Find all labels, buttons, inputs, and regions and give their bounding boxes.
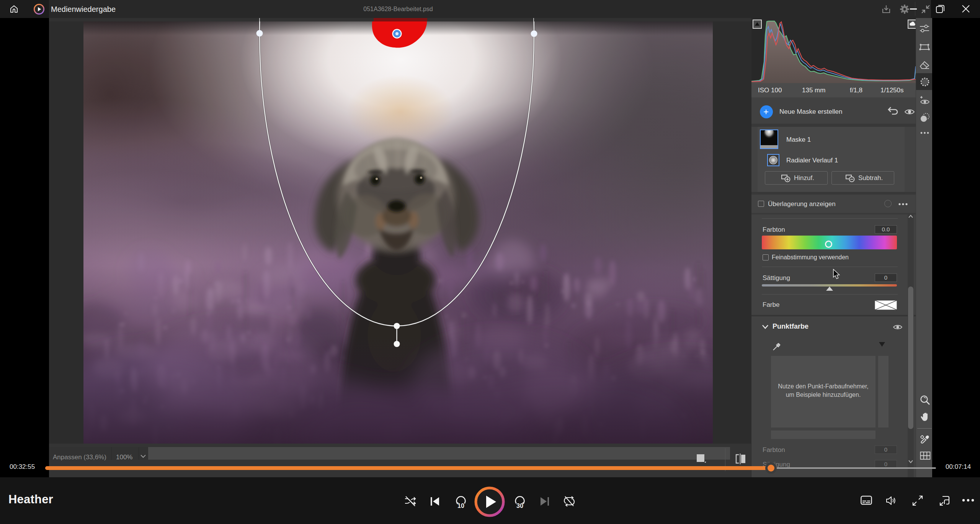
svg-text:30: 30 bbox=[516, 503, 523, 509]
svg-text:10: 10 bbox=[457, 503, 464, 509]
